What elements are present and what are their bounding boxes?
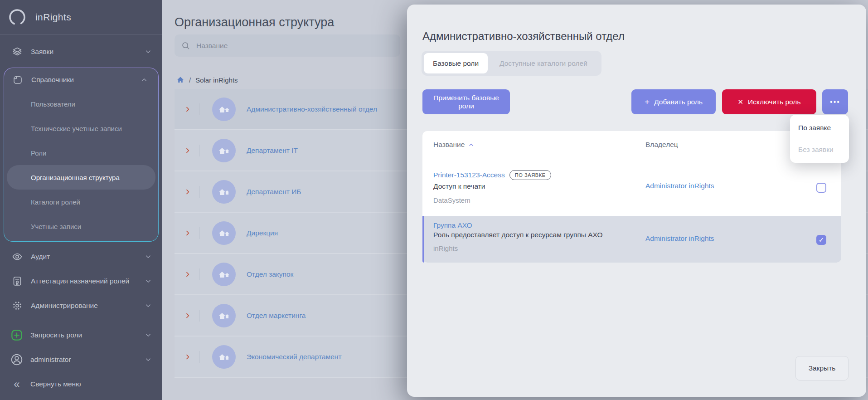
more-actions-menu: По заявке Без заявки <box>790 115 849 163</box>
column-header-owner: Владелец <box>645 141 678 149</box>
sidebar-item-requests[interactable]: Заявки <box>0 39 162 64</box>
department-link[interactable]: Дирекция <box>247 229 278 237</box>
row-divider <box>199 351 199 363</box>
sidebar-item-directories[interactable]: Справочники <box>4 68 158 92</box>
avatar <box>212 345 236 369</box>
x-icon: ✕ <box>738 98 744 105</box>
logo: inRights <box>0 0 162 34</box>
breadcrumb-separator: / <box>189 76 191 84</box>
department-link[interactable]: Отдел маркетинга <box>247 312 305 320</box>
chevron-down-icon <box>144 48 152 56</box>
role-description: Роль предоставляет доступ к ресурсам гру… <box>433 231 841 239</box>
avatar <box>212 304 236 327</box>
row-divider <box>199 145 199 156</box>
department-link[interactable]: Департамент ИБ <box>247 188 301 196</box>
exclude-role-label: Исключить роль <box>748 98 800 106</box>
sidebar-item-org-structure[interactable]: Организационная структура <box>7 165 155 190</box>
search-input[interactable] <box>195 41 394 50</box>
role-description: Доступ к печати <box>433 182 841 190</box>
role-checkbox-checked[interactable]: ✓ <box>816 235 826 245</box>
role-link[interactable]: Printer-153123-Access <box>433 171 505 179</box>
modal-tabs: Базовые роли Доступные каталоги ролей <box>422 51 601 76</box>
sidebar-item-users[interactable]: Пользователи <box>7 92 155 116</box>
tab-base-roles[interactable]: Базовые роли <box>424 53 488 73</box>
column-header-name[interactable]: Название <box>422 141 645 149</box>
breadcrumb-root[interactable]: Solar inRights <box>195 76 238 84</box>
solar-logo-icon <box>8 8 26 26</box>
chevron-right-icon[interactable] <box>184 147 191 154</box>
exclude-role-button[interactable]: ✕ Исключить роль <box>722 89 816 114</box>
page-title: Организационная структура <box>175 15 334 29</box>
plus-icon: + <box>645 98 650 106</box>
ellipsis-icon: ••• <box>830 98 840 106</box>
sidebar-item-user-menu[interactable]: administrator <box>0 347 162 372</box>
role-system: inRights <box>433 244 841 252</box>
search-icon <box>181 41 190 50</box>
sidebar-item-label: Запросить роли <box>30 331 82 339</box>
add-role-button[interactable]: + Добавить роль <box>631 89 716 114</box>
close-button[interactable]: Закрыть <box>795 356 849 380</box>
role-checkbox[interactable] <box>816 183 826 193</box>
sidebar-item-label: Аттестация назначений ролей <box>31 277 129 285</box>
sidebar-footer: Запросить роли administrator « Сверну <box>0 319 162 400</box>
sidebar-item-label: administrator <box>30 356 71 364</box>
chevron-right-icon[interactable] <box>184 229 191 237</box>
row-divider <box>199 227 199 239</box>
owner-link[interactable]: Administrator inRights <box>645 234 714 243</box>
chevron-right-icon[interactable] <box>184 312 191 319</box>
chevron-right-icon[interactable] <box>184 106 191 113</box>
roles-table: Название Владелец Printer-153123-Access … <box>422 131 841 263</box>
gear-icon <box>12 300 23 311</box>
menu-item-by-request[interactable]: По заявке <box>790 117 849 139</box>
chevron-right-icon[interactable] <box>184 271 191 278</box>
search-box[interactable] <box>175 34 400 57</box>
sidebar-item-role-catalogs[interactable]: Каталоги ролей <box>7 190 155 214</box>
sidebar-item-label: Свернуть меню <box>30 380 81 388</box>
add-role-label: Добавить роль <box>654 98 703 106</box>
sidebar-item-label: Справочники <box>31 76 74 84</box>
sidebar-item-accounts[interactable]: Учетные записи <box>7 214 155 239</box>
chevron-down-icon <box>144 302 152 310</box>
eye-icon <box>12 251 23 262</box>
more-actions-button[interactable]: ••• <box>822 89 848 114</box>
plus-square-icon <box>10 328 24 342</box>
row-divider <box>199 310 199 322</box>
table-header: Название Владелец <box>422 131 841 158</box>
chevron-right-icon[interactable] <box>184 188 191 195</box>
row-divider <box>199 268 199 280</box>
role-row[interactable]: Printer-153123-Access ПО ЗАЯВКЕ Доступ к… <box>422 158 841 216</box>
apply-base-roles-button[interactable]: Применить базовые роли <box>422 89 510 114</box>
row-divider <box>199 103 199 115</box>
avatar <box>212 263 236 286</box>
sidebar-item-administration[interactable]: Администрирование <box>0 293 162 318</box>
sidebar-item-label: Администрирование <box>31 302 98 310</box>
logo-text: inRights <box>35 12 71 23</box>
sidebar-divider <box>0 319 162 319</box>
department-link[interactable]: Экономический департамент <box>247 353 342 361</box>
layers-icon <box>12 46 23 57</box>
sidebar: inRights Заявки Справочники <box>0 0 162 400</box>
role-link[interactable]: Группа АХО <box>433 221 472 229</box>
folder-copy-icon <box>12 74 23 85</box>
sidebar-item-attestation[interactable]: Аттестация назначений ролей <box>0 269 162 293</box>
role-row[interactable]: Группа АХО Роль предоставляет доступ к р… <box>422 216 841 263</box>
chevron-right-icon[interactable] <box>184 353 191 361</box>
sidebar-item-audit[interactable]: Аудит <box>0 244 162 269</box>
sidebar-item-roles[interactable]: Роли <box>7 141 155 165</box>
home-icon[interactable] <box>176 76 184 84</box>
breadcrumb: / Solar inRights <box>176 76 238 84</box>
department-link[interactable]: Административно-хозяйственный отдел <box>247 105 377 113</box>
chevron-down-icon <box>144 253 152 261</box>
app-window: inRights Заявки Справочники <box>0 0 868 400</box>
sidebar-collapse-menu[interactable]: « Свернуть меню <box>0 372 162 396</box>
by-request-badge: ПО ЗАЯВКЕ <box>509 170 551 180</box>
modal-title: Административно-хозяйственный отдел <box>422 30 625 43</box>
department-link[interactable]: Департамент IT <box>247 146 298 155</box>
sidebar-item-label: Аудит <box>31 253 50 261</box>
owner-link[interactable]: Administrator inRights <box>645 182 714 190</box>
role-system: DataSystem <box>433 196 841 204</box>
sidebar-item-request-roles[interactable]: Запросить роли <box>0 323 162 347</box>
department-link[interactable]: Отдел закупок <box>247 270 293 278</box>
sidebar-item-technical-accounts[interactable]: Технические учетные записи <box>7 116 155 141</box>
tab-available-role-catalogs[interactable]: Доступные каталоги ролей <box>488 53 599 73</box>
